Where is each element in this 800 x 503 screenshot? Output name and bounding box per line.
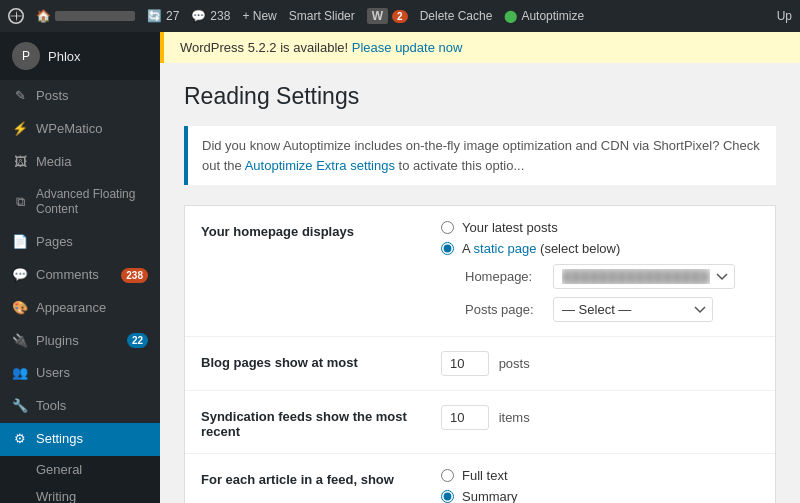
summary-option[interactable]: Summary [441,489,759,503]
homepage-radio-group: Your latest posts A static page (select … [441,220,759,256]
sidebar-item-appearance[interactable]: 🎨 Appearance [0,292,160,325]
site-home-item[interactable]: 🏠 [36,9,135,23]
sidebar-item-plugins[interactable]: 🔌 Plugins 22 [0,325,160,358]
update-wp-version: WordPress 5.2.2 [180,40,277,55]
submenu-writing[interactable]: Writing [0,483,160,503]
static-page-option[interactable]: A static page (select below) [441,241,759,256]
blog-pages-suffix: posts [499,356,530,371]
static-page-label: A static page (select below) [462,241,620,256]
homepage-select-label: Homepage: [465,269,545,284]
autoptimize-dot: ⬤ [504,9,517,23]
sidebar-item-posts[interactable]: ✎ Posts [0,80,160,113]
sidebar-item-tools[interactable]: 🔧 Tools [0,390,160,423]
posts-page-select[interactable]: — Select — [553,297,713,322]
full-text-label: Full text [462,468,508,483]
feed-label: For each article in a feed, show [201,468,421,487]
sidebar-pages-label: Pages [36,234,73,251]
form-row-homepage: Your homepage displays Your latest posts… [185,206,775,337]
static-page-link[interactable]: static page [474,241,537,256]
wp-logo-item[interactable] [8,8,24,24]
homepage-displays-field: Your latest posts A static page (select … [441,220,759,322]
settings-icon: ⚙ [12,432,28,448]
delete-cache-item[interactable]: Delete Cache [420,9,493,23]
feed-radio-group: Full text Summary [441,468,759,503]
sidebar-item-pages[interactable]: 📄 Pages [0,226,160,259]
syndication-input[interactable] [441,405,489,430]
comments-count: 238 [210,9,230,23]
syndication-field: items [441,405,759,430]
sidebar-item-comments[interactable]: 💬 Comments 238 [0,259,160,292]
form-row-blog-pages: Blog pages show at most posts [185,337,775,391]
avatar: P [12,42,40,70]
sidebar-user[interactable]: P Phlox [0,32,160,80]
syndication-label: Syndication feeds show the most recent [201,405,421,439]
form-row-feed: For each article in a feed, show Full te… [185,454,775,503]
sidebar-comments-label: Comments [36,267,99,284]
wpematico-icon: ⚡ [12,121,28,137]
posts-page-select-label: Posts page: [465,302,545,317]
sidebar-media-label: Media [36,154,71,171]
updates-count: 27 [166,9,179,23]
feed-field: Full text Summary [441,468,759,503]
new-label: + New [242,9,276,23]
full-text-radio[interactable] [441,469,454,482]
blog-pages-input[interactable] [441,351,489,376]
sidebar-settings-label: Settings [36,431,83,448]
full-text-option[interactable]: Full text [441,468,759,483]
sidebar-appearance-label: Appearance [36,300,106,317]
sidebar: P Phlox ✎ Posts ⚡ WPeMatico 🖼 Media ⧉ Ad… [0,32,160,503]
admin-bar-right: Up [777,9,792,23]
settings-submenu: General Writing Reading Discussion Media… [0,456,160,503]
updates-item[interactable]: 🔄 27 [147,9,179,23]
autoptimize-item[interactable]: ⬤ Autoptimize [504,9,584,23]
sidebar-item-settings[interactable]: ⚙ Settings [0,423,160,456]
wpmatico-icon: W [367,8,388,24]
blog-pages-field: posts [441,351,759,376]
comments-badge: 238 [121,268,148,283]
media-icon: 🖼 [12,154,28,170]
sidebar-advanced-label: Advanced Floating Content [36,187,148,218]
homepage-select-row: Homepage: ████████████████ [465,264,759,289]
new-content-item[interactable]: + New [242,9,276,23]
latest-posts-option[interactable]: Your latest posts [441,220,759,235]
smart-slider-item[interactable]: Smart Slider [289,9,355,23]
update-link[interactable]: Please update now [352,40,463,55]
sidebar-item-wpematico[interactable]: ⚡ WPeMatico [0,113,160,146]
latest-posts-label: Your latest posts [462,220,558,235]
appearance-icon: 🎨 [12,300,28,316]
autoptimize-extra-link[interactable]: Autoptimize Extra settings [245,158,395,173]
plugins-icon: 🔌 [12,333,28,349]
sidebar-item-users[interactable]: 👥 Users [0,357,160,390]
autoptimize-label: Autoptimize [521,9,584,23]
wpmatico-badge: 2 [392,10,408,23]
updates-icon: 🔄 [147,9,162,23]
sidebar-posts-label: Posts [36,88,69,105]
username: Phlox [48,49,81,64]
page-title: Reading Settings [184,83,776,110]
summary-label: Summary [462,489,518,503]
submenu-general[interactable]: General [0,456,160,483]
settings-form: Your homepage displays Your latest posts… [184,205,776,503]
summary-radio[interactable] [441,490,454,503]
homepage-select[interactable]: ████████████████ [553,264,735,289]
posts-icon: ✎ [12,88,28,104]
sidebar-item-media[interactable]: 🖼 Media [0,146,160,179]
info-box: Did you know Autoptimize includes on-the… [184,126,776,185]
syndication-suffix: items [499,410,530,425]
sidebar-item-advanced-floating[interactable]: ⧉ Advanced Floating Content [0,179,160,226]
info-box-suffix: to activate this optio... [399,158,525,173]
admin-bar: 🏠 🔄 27 💬 238 + New Smart Slider W 2 Dele… [0,0,800,32]
delete-cache-label: Delete Cache [420,9,493,23]
static-page-radio[interactable] [441,242,454,255]
wpmatico-bar-item[interactable]: W 2 [367,8,408,24]
comments-item[interactable]: 💬 238 [191,9,230,23]
latest-posts-radio[interactable] [441,221,454,234]
home-icon: 🏠 [36,9,51,23]
main-content: WordPress 5.2.2 is available! Please upd… [160,32,800,503]
posts-page-select-row: Posts page: — Select — [465,297,759,322]
sidebar-users-label: Users [36,365,70,382]
site-name-label [55,11,135,21]
pages-icon: 📄 [12,234,28,250]
blog-pages-label: Blog pages show at most [201,351,421,370]
homepage-displays-label: Your homepage displays [201,220,421,239]
